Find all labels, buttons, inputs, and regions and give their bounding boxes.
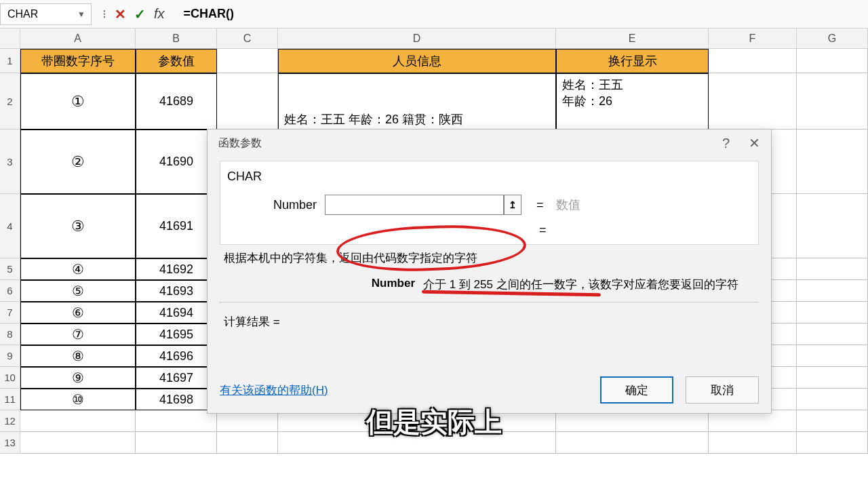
col-header-E[interactable]: E [556, 28, 709, 49]
col-header-G[interactable]: G [797, 28, 868, 49]
cell-A9[interactable]: ⑧ [20, 345, 136, 367]
ok-button[interactable]: 确定 [600, 376, 673, 404]
accept-icon[interactable]: ✓ [134, 6, 146, 22]
cell-B2[interactable]: 41689 [136, 73, 217, 130]
cell-B8[interactable]: 41695 [136, 323, 217, 345]
cell-A2[interactable]: ① [20, 73, 136, 130]
param-equals: = [521, 198, 556, 212]
row-header-2[interactable]: 2 [0, 73, 20, 130]
cell-A4[interactable]: ③ [20, 194, 136, 258]
function-name: CHAR [220, 170, 758, 192]
cell-B3[interactable]: 41690 [136, 130, 217, 194]
param-row-number: Number ↥ = 数值 [220, 192, 758, 218]
cell-G12[interactable] [797, 410, 868, 432]
cell-G13[interactable] [797, 432, 868, 454]
cell-A8[interactable]: ⑦ [20, 323, 136, 345]
cell-G7[interactable] [797, 302, 868, 323]
cell-E1[interactable]: 换行显示 [556, 49, 709, 73]
row-header-7[interactable]: 7 [0, 302, 20, 323]
collapse-dialog-icon[interactable]: ↥ [504, 195, 521, 215]
cell-B11[interactable]: 41698 [136, 389, 217, 410]
col-header-B[interactable]: B [136, 28, 217, 49]
cell-C13[interactable] [217, 432, 278, 454]
row-header-8[interactable]: 8 [0, 323, 20, 345]
cell-G2[interactable] [797, 73, 868, 130]
cell-A1[interactable]: 带圈数字序号 [20, 49, 136, 73]
function-description: 根据本机中的字符集，返回由代码数字指定的字符 [220, 245, 759, 273]
col-header-A[interactable]: A [20, 28, 136, 49]
cell-B9[interactable]: 41696 [136, 345, 217, 367]
cell-D2[interactable]: 姓名：王五 年龄：26 籍贯：陕西 [278, 73, 556, 130]
cell-G3[interactable] [797, 130, 868, 194]
param-description: Number 介于 1 到 255 之间的任一数字，该数字对应着您要返回的字符 [220, 273, 759, 302]
cell-G4[interactable] [797, 194, 868, 258]
formula-input[interactable]: =CHAR() [176, 7, 868, 21]
cell-A7[interactable]: ⑥ [20, 302, 136, 323]
cell-E2[interactable]: 姓名：王五 年龄：26 [556, 73, 709, 130]
cell-G9[interactable] [797, 345, 868, 367]
cell-C1[interactable] [217, 49, 278, 73]
cell-A11[interactable]: ⑩ [20, 389, 136, 410]
row-header-6[interactable]: 6 [0, 280, 20, 302]
function-arguments-dialog: 函数参数 ? ✕ CHAR Number ↥ = 数值 = 根据本机中的字符集，… [207, 129, 772, 414]
cell-B5[interactable]: 41692 [136, 258, 217, 280]
row-header-10[interactable]: 10 [0, 367, 20, 389]
cell-E2-line1: 姓名：王五 [562, 77, 623, 93]
col-header-D[interactable]: D [278, 28, 556, 49]
row-header-13[interactable]: 13 [0, 432, 20, 454]
row-header-3[interactable]: 3 [0, 130, 20, 194]
cell-B7[interactable]: 41694 [136, 302, 217, 323]
dialog-titlebar[interactable]: 函数参数 ? ✕ [208, 130, 771, 157]
cell-A12[interactable] [20, 410, 136, 432]
cell-E2-line2: 年龄：26 [562, 93, 612, 109]
cell-B1[interactable]: 参数值 [136, 49, 217, 73]
cell-B13[interactable] [136, 432, 217, 454]
cell-G11[interactable] [797, 389, 868, 410]
cancel-button[interactable]: 取消 [686, 376, 759, 404]
dialog-title: 函数参数 [218, 136, 262, 151]
chevron-down-icon[interactable]: ▼ [77, 9, 85, 19]
cell-G5[interactable] [797, 258, 868, 280]
cell-D1[interactable]: 人员信息 [278, 49, 556, 73]
cell-F1[interactable] [709, 49, 797, 73]
cell-A10[interactable]: ⑨ [20, 367, 136, 389]
select-all-corner[interactable] [0, 28, 20, 49]
cell-A5[interactable]: ④ [20, 258, 136, 280]
cell-G1[interactable] [797, 49, 868, 73]
cell-B12[interactable] [136, 410, 217, 432]
row-header-4[interactable]: 4 [0, 194, 20, 258]
col-header-C[interactable]: C [217, 28, 278, 49]
name-box[interactable]: CHAR ▼ [0, 3, 92, 25]
cell-A13[interactable] [20, 432, 136, 454]
param-desc-text: 介于 1 到 255 之间的任一数字，该数字对应着您要返回的字符 [423, 277, 738, 292]
close-icon[interactable]: ✕ [749, 135, 760, 151]
row-header-1[interactable]: 1 [0, 49, 20, 73]
col-header-F[interactable]: F [709, 28, 797, 49]
name-box-value: CHAR [7, 8, 38, 20]
cell-G8[interactable] [797, 323, 868, 345]
cell-A3[interactable]: ② [20, 130, 136, 194]
help-icon[interactable]: ? [722, 136, 730, 151]
cell-B6[interactable]: 41693 [136, 280, 217, 302]
column-headers: A B C D E F G [0, 28, 868, 49]
row-header-5[interactable]: 5 [0, 258, 20, 280]
more-icon[interactable]: ⁝ [102, 7, 106, 22]
row-header-9[interactable]: 9 [0, 345, 20, 367]
param-label-number: Number [220, 198, 325, 212]
cell-G10[interactable] [797, 367, 868, 389]
cell-A6[interactable]: ⑤ [20, 280, 136, 302]
cell-B10[interactable]: 41697 [136, 367, 217, 389]
row-header-11[interactable]: 11 [0, 389, 20, 410]
cell-B4[interactable]: 41691 [136, 194, 217, 258]
row-header-12[interactable]: 12 [0, 410, 20, 432]
function-help-link[interactable]: 有关该函数的帮助(H) [220, 382, 328, 398]
cell-C2[interactable] [217, 73, 278, 130]
fx-icon[interactable]: fx [154, 6, 165, 22]
cell-F2[interactable] [709, 73, 797, 130]
param-input-number[interactable] [325, 195, 504, 215]
calculation-result: 计算结果 = [220, 303, 759, 330]
cancel-icon[interactable]: ✕ [115, 6, 126, 22]
cell-F13[interactable] [709, 432, 797, 454]
cell-G6[interactable] [797, 280, 868, 302]
cell-E13[interactable] [556, 432, 709, 454]
